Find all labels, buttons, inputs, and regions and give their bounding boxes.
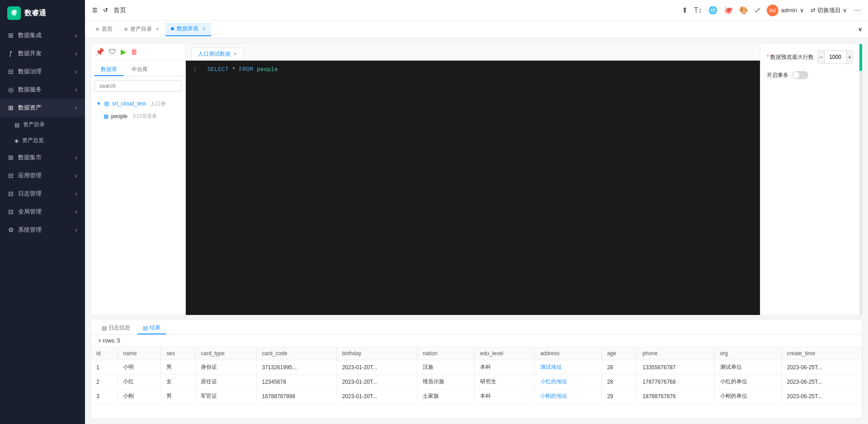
user-info[interactable]: Ad admin ∨ — [767, 5, 804, 16]
sidebar-item-data-dev[interactable]: ƒ 数据开发 ∨ — [0, 44, 85, 62]
cell-sex: 男 — [161, 389, 195, 404]
keyword-select: SELECT — [208, 66, 229, 73]
cell-name: 小刚 — [118, 389, 161, 404]
db-tree: ▼ ⊞ srt_cloud_test 人口测 ▦ people 人口信息表 — [91, 95, 185, 315]
color-icon[interactable]: 🎨 — [739, 6, 748, 14]
table-row: 2小红女居住证123456782023-01-20T...维吾尔族研究生小红的地… — [91, 375, 862, 389]
cell-card_code: 12345678 — [256, 375, 336, 389]
data-assets-icon: ⊞ — [7, 104, 14, 111]
cell-org: 小刚的单位 — [714, 389, 781, 404]
cell-create_time: 2023-06-25T... — [781, 360, 862, 375]
cell-create_time: 2023-06-25T... — [781, 375, 862, 389]
switch-project-button[interactable]: ⇄ 切换项目 ∨ — [811, 6, 847, 14]
close-icon[interactable]: ✕ — [202, 26, 206, 31]
sidebar-item-data-service[interactable]: ◎ 数据服务 ∨ — [0, 81, 85, 99]
results-tabs: ▤ 日志信息 ▤ 结果 — [91, 319, 862, 335]
sidebar-item-data-integration[interactable]: ⊞ 数据集成 ∨ — [0, 26, 85, 44]
col-address: address — [534, 347, 601, 360]
more-icon[interactable]: ⋯ — [854, 6, 861, 14]
sidebar-item-label: 数据资产 — [18, 104, 42, 112]
chevron-icon: ∨ — [75, 33, 78, 38]
play-icon[interactable]: ▶ — [121, 48, 126, 56]
search-input[interactable] — [94, 80, 182, 92]
db-panel: 📌 🛡 ▶ 🗑 数据库 中台库 ▼ ⊞ srt_cloud_test — [90, 43, 863, 315]
scrollbar-thumb — [859, 44, 862, 71]
tree-item-people[interactable]: ▦ people 人口信息表 — [91, 110, 185, 122]
sidebar-sub-item-asset-overview[interactable]: ◈ 资产总览 — [0, 133, 85, 148]
page-title: 首页 — [113, 6, 126, 14]
col-id: id — [91, 347, 118, 360]
tree-item-srt-cloud-test[interactable]: ▼ ⊞ srt_cloud_test 人口测 — [91, 97, 185, 110]
sidebar-item-sys-mgmt[interactable]: ⚙ 系统管理 ∨ — [0, 221, 85, 239]
menu-toggle-icon[interactable]: ☰ — [92, 7, 98, 14]
cell-name: 小红 — [118, 375, 161, 389]
cell-org: 小红的单位 — [714, 375, 781, 389]
db-desc: 人口测 — [151, 100, 165, 107]
tab-asset-catalog[interactable]: 资产目录 ✕ — [119, 23, 165, 36]
db-sidebar: 📌 🛡 ▶ 🗑 数据库 中台库 ▼ ⊞ srt_cloud_test — [91, 44, 186, 315]
sidebar-sub-item-asset-catalog[interactable]: ▤ 资产目录 — [0, 117, 85, 133]
github-icon[interactable]: 🐙 — [724, 6, 733, 14]
col-edu-level: edu_level — [474, 347, 534, 360]
sidebar: 睿 数睿通 ⊞ 数据集成 ∨ ƒ 数据开发 ∨ ⊟ 数据治理 ∨ ◎ 数据服务 … — [0, 0, 85, 424]
cell-id: 3 — [91, 389, 118, 404]
col-age: age — [601, 347, 637, 360]
tabs-more[interactable]: ∨ — [858, 26, 863, 33]
cell-card_type: 军官证 — [195, 389, 256, 404]
sidebar-item-data-market[interactable]: ⊞ 数据集市 ∨ — [0, 148, 85, 167]
col-name: name — [118, 347, 161, 360]
tab-dot — [96, 28, 99, 31]
fullscreen-icon[interactable]: ⤢ — [755, 6, 760, 14]
cell-phone: 17877676768 — [637, 375, 714, 389]
refresh-icon[interactable]: ↺ — [103, 7, 108, 14]
data-dev-icon: ƒ — [7, 50, 14, 57]
decrease-button[interactable]: − — [818, 51, 824, 63]
switch-dropdown-icon: ∨ — [843, 7, 847, 14]
sidebar-item-data-governance[interactable]: ⊟ 数据治理 ∨ — [0, 62, 85, 81]
max-rows-setting: 数据预览最大行数 − + — [767, 50, 853, 64]
close-icon[interactable]: ✕ — [156, 27, 159, 32]
sidebar-sub-label: 资产目录 — [23, 121, 45, 129]
cell-card_type: 居住证 — [195, 375, 256, 389]
pin-icon[interactable]: 📌 — [95, 48, 104, 56]
topbar: ☰ ↺ 首页 ⬆ T↕ 🌐 🐙 🎨 ⤢ Ad admin ∨ ⇄ 切换项目 ∨ … — [85, 0, 868, 21]
cell-birthday: 2023-01-20T... — [336, 360, 417, 375]
chevron-icon: ∧ — [75, 105, 78, 110]
font-size-icon[interactable]: T↕ — [694, 6, 702, 14]
sidebar-item-global-mgmt[interactable]: ⊟ 全局管理 ∨ — [0, 203, 85, 221]
col-card-code: card_code — [256, 347, 336, 360]
tab-database-table[interactable]: 数据库表 ✕ — [165, 23, 211, 36]
trash-icon[interactable]: 🗑 — [131, 48, 138, 56]
cell-edu_level: 本科 — [474, 360, 534, 375]
max-rows-input[interactable] — [824, 51, 847, 63]
sidebar-item-label: 数据集市 — [18, 153, 42, 162]
right-scrollbar[interactable] — [859, 44, 862, 315]
editor-tab-people[interactable]: 人口测试数据 ✕ — [191, 48, 244, 60]
result-icon: ▤ — [143, 325, 148, 331]
transaction-toggle[interactable] — [792, 71, 808, 79]
save-cloud-icon[interactable]: ⬆ — [682, 6, 688, 14]
globe-icon[interactable]: 🌐 — [708, 6, 717, 14]
cell-sex: 女 — [161, 375, 195, 389]
code-editor[interactable]: 1 SELECT * FROM people — [186, 61, 760, 315]
tab-home[interactable]: 首页 — [90, 23, 118, 36]
table-name: people — [111, 113, 127, 119]
sidebar-item-label: 数据集成 — [18, 31, 42, 39]
sidebar-item-app-mgmt[interactable]: ⊟ 应用管理 ∨ — [0, 167, 85, 185]
tab-log-info[interactable]: ▤ 日志信息 — [96, 322, 136, 334]
cell-edu_level: 研究生 — [474, 375, 534, 389]
switch-icon: ⇄ — [811, 7, 816, 14]
tab-database[interactable]: 数据库 — [94, 64, 123, 76]
shield-icon[interactable]: 🛡 — [109, 48, 116, 56]
db-toolbar: 📌 🛡 ▶ 🗑 — [91, 44, 185, 60]
close-icon[interactable]: ✕ — [233, 52, 237, 57]
sidebar-item-data-assets[interactable]: ⊞ 数据资产 ∧ — [0, 99, 85, 117]
tab-midplatform[interactable]: 中台库 — [125, 64, 154, 76]
tab-result[interactable]: ▤ 结果 — [137, 322, 166, 334]
sidebar-item-label: 数据服务 — [18, 86, 42, 94]
sidebar-item-log-mgmt[interactable]: ⊟ 日志管理 ∨ — [0, 185, 85, 203]
col-sex: sex — [161, 347, 195, 360]
cell-id: 2 — [91, 375, 118, 389]
app-mgmt-icon: ⊟ — [7, 172, 14, 179]
increase-button[interactable]: + — [847, 51, 853, 63]
